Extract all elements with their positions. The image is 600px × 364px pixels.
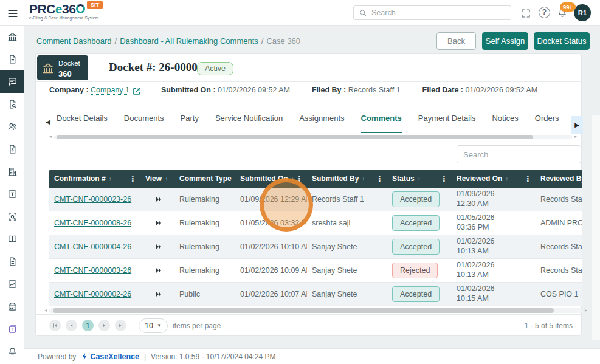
table-row: CMT-CNF-0000008-26Rulemaking01/05/2026 0… bbox=[49, 211, 582, 235]
self-assign-button[interactable]: Self Assign bbox=[482, 32, 528, 50]
bolt-icon bbox=[81, 352, 90, 360]
hamburger-menu-icon[interactable] bbox=[7, 7, 19, 19]
sidebar-item-documents[interactable] bbox=[0, 250, 24, 273]
casexellence-logo[interactable]: CaseXellence bbox=[81, 352, 139, 361]
prev-page-button[interactable] bbox=[66, 320, 77, 331]
comment-type-cell: Public bbox=[174, 290, 235, 298]
file-icon bbox=[7, 256, 18, 267]
sidebar-item-templates[interactable] bbox=[0, 183, 24, 205]
page-scrollbar[interactable] bbox=[592, 115, 600, 340]
top-bar: PRCe36 e-Filing & Case Management System… bbox=[0, 0, 600, 26]
submitted-by-cell: Sanjay Shete bbox=[307, 290, 387, 298]
sidebar-item-dockets[interactable] bbox=[0, 26, 24, 48]
sidebar-item-reports[interactable] bbox=[0, 273, 24, 295]
first-page-button[interactable] bbox=[49, 320, 61, 331]
page-size-select[interactable]: 10▼ bbox=[139, 318, 168, 333]
column-header-reviewed-on[interactable]: Reviewed On↑⋮ bbox=[452, 170, 536, 188]
breadcrumb-item[interactable]: Comment Dashboard bbox=[36, 36, 112, 46]
sidebar-item-filings[interactable] bbox=[0, 48, 24, 70]
tab-service-notification[interactable]: Service Notification bbox=[215, 114, 283, 133]
calendar-icon bbox=[7, 301, 18, 312]
fast-forward-icon bbox=[154, 195, 163, 204]
column-menu-icon[interactable]: ⋮ bbox=[294, 174, 305, 184]
info-value[interactable]: Company 1 bbox=[91, 86, 129, 95]
column-header-confirmation-[interactable]: Confirmation #↑⋮ bbox=[49, 170, 140, 188]
status-cell: Accepted bbox=[387, 215, 452, 231]
column-header-submitted-by[interactable]: Submitted By↑⋮ bbox=[307, 170, 387, 188]
view-button[interactable] bbox=[140, 290, 174, 298]
column-menu-icon[interactable]: ⋮ bbox=[523, 174, 533, 184]
sidebar-item-parties[interactable] bbox=[0, 115, 24, 138]
footer: Powered by CaseXellence | Version: 1.0.5… bbox=[24, 348, 600, 364]
sidebar-item-organizations[interactable] bbox=[0, 160, 24, 183]
status-badge: Rejected bbox=[392, 263, 438, 278]
global-search[interactable] bbox=[353, 5, 511, 20]
app-window: PRCe36 e-Filing & Case Management System… bbox=[0, 0, 600, 364]
tab-orders[interactable]: Orders bbox=[535, 114, 559, 133]
sidebar-item-alerts[interactable] bbox=[0, 340, 24, 363]
page-number-button[interactable]: 1 bbox=[82, 320, 94, 331]
column-menu-icon[interactable]: ⋮ bbox=[439, 174, 449, 184]
confirmation-link[interactable]: CMT-CNF-0000023-26 bbox=[54, 195, 131, 204]
column-header-view[interactable]: View↑ bbox=[140, 170, 174, 188]
table-body: CMT-CNF-0000023-26Rulemaking01/09/2026 1… bbox=[49, 188, 582, 306]
tabs-scrollbar-thumb[interactable] bbox=[57, 135, 533, 139]
sidebar-item-billing[interactable]: $ bbox=[0, 138, 24, 160]
sort-arrow-icon: ↑ bbox=[291, 176, 294, 182]
column-header-status[interactable]: Status↑⋮ bbox=[387, 170, 452, 188]
table-search[interactable] bbox=[457, 145, 581, 163]
scrollbar-right-arrow-icon[interactable]: ▸ bbox=[585, 307, 587, 313]
sidebar-item-comments[interactable] bbox=[0, 70, 24, 93]
column-menu-icon[interactable]: ⋮ bbox=[374, 174, 385, 184]
next-page-button[interactable] bbox=[98, 320, 110, 331]
scrollbar-left-arrow-icon[interactable]: ◂ bbox=[44, 307, 47, 313]
confirmation-link[interactable]: CMT-CNF-0000002-26 bbox=[54, 290, 131, 298]
book-icon bbox=[7, 234, 18, 244]
svg-text:?: ? bbox=[11, 328, 13, 332]
sidebar-item-library[interactable] bbox=[0, 228, 24, 250]
back-button[interactable]: Back bbox=[436, 32, 476, 50]
tab-comments[interactable]: Comments bbox=[361, 114, 402, 133]
sidebar-item-help[interactable]: ? bbox=[0, 318, 24, 340]
docket-info-item: Company : Company 1 bbox=[49, 86, 139, 94]
tabs-scroll-right-icon[interactable]: ▶ bbox=[571, 116, 583, 134]
tab-party[interactable]: Party bbox=[181, 114, 199, 133]
column-header-comment-type[interactable]: Comment Type↑ bbox=[174, 170, 235, 188]
table-scrollbar[interactable]: ◂ ▸ bbox=[49, 308, 582, 313]
column-menu-icon[interactable]: ⋮ bbox=[128, 174, 138, 184]
table-search-input[interactable] bbox=[463, 150, 574, 159]
scrollbar-left-arrow-icon[interactable]: ◂ bbox=[49, 134, 52, 139]
help-icon[interactable]: ? bbox=[539, 7, 550, 18]
table-row: CMT-CNF-0000003-26Rulemaking01/02/2026 1… bbox=[49, 259, 582, 283]
view-button[interactable] bbox=[140, 195, 174, 204]
external-link-icon[interactable] bbox=[131, 86, 139, 94]
tab-notices[interactable]: Notices bbox=[492, 114, 518, 133]
tabs-scrollbar[interactable]: ◂ ▸ bbox=[54, 135, 572, 139]
scrollbar-right-arrow-icon[interactable]: ▸ bbox=[574, 134, 577, 139]
global-search-input[interactable] bbox=[371, 9, 506, 17]
fullscreen-icon[interactable] bbox=[520, 8, 531, 19]
confirmation-link[interactable]: CMT-CNF-0000008-26 bbox=[54, 219, 131, 227]
confirmation-link[interactable]: CMT-CNF-0000004-26 bbox=[54, 242, 131, 251]
sidebar-item-case-search[interactable] bbox=[0, 93, 24, 115]
sidebar-item-calendar[interactable] bbox=[0, 295, 24, 318]
reviewed-by-cell: COS PIO 1 bbox=[536, 290, 582, 298]
breadcrumb-item[interactable]: Dashboard - All Rulemaking Comments bbox=[120, 36, 258, 46]
tab-documents[interactable]: Documents bbox=[124, 114, 164, 133]
sort-arrow-icon: ↑ bbox=[109, 176, 112, 182]
tab-docket-details[interactable]: Docket Details bbox=[57, 114, 108, 133]
column-header-reviewed-by[interactable]: Reviewed By bbox=[536, 170, 582, 188]
view-button[interactable] bbox=[140, 219, 174, 227]
user-avatar[interactable]: R1 bbox=[574, 4, 591, 21]
tab-payment-details[interactable]: Payment Details bbox=[418, 114, 476, 133]
docket-status-button[interactable]: Docket Status bbox=[534, 32, 590, 50]
last-page-button[interactable] bbox=[115, 320, 126, 331]
view-button[interactable] bbox=[140, 242, 174, 251]
sidebar-item-record-search[interactable] bbox=[0, 205, 24, 228]
column-header-submitted-on[interactable]: Submitted On↑⋮ bbox=[235, 170, 307, 188]
tab-assignments[interactable]: Assignments bbox=[299, 114, 344, 133]
table-scrollbar-thumb[interactable] bbox=[53, 308, 554, 313]
view-button[interactable] bbox=[140, 266, 174, 275]
confirmation-link[interactable]: CMT-CNF-0000003-26 bbox=[54, 266, 131, 275]
tabs-scroll-left-icon[interactable]: ◀ bbox=[46, 118, 50, 125]
